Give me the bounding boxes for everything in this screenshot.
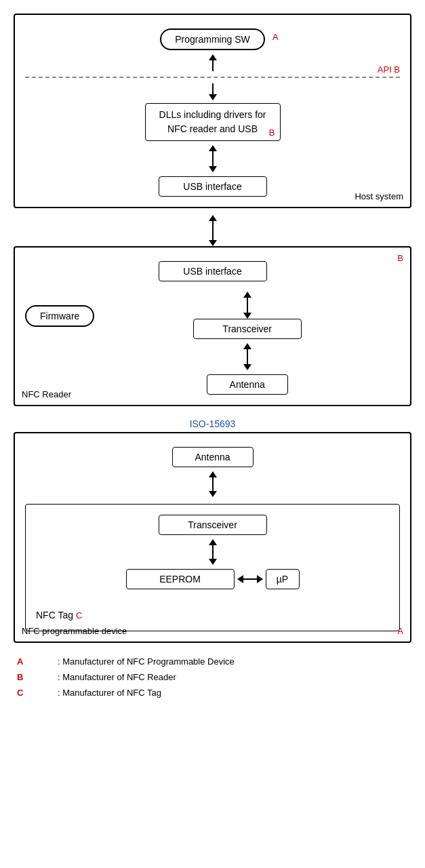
nfc-prog-device-badge: A [397,626,403,636]
arrow-tag-transceiver-to-eeprom [209,539,217,565]
prog-antenna-box: Antenna [172,447,254,467]
legend-val-c: : Manufacturer of NFC Tag [58,688,161,698]
legend-val-b: : Manufacturer of NFC Reader [58,672,176,682]
up-label: µP [277,574,288,585]
dll-label: DLLs including drivers forNFC reader and… [159,109,266,134]
legend-item-c: C : Manufacturer of NFC Tag [17,688,411,698]
arrow-eeprom-to-up [237,575,263,583]
legend-item-b: B : Manufacturer of NFC Reader [17,672,411,682]
host-system-box: Programming SW A API B [14,14,411,208]
programming-sw-box: Programming SW [160,28,264,50]
legend-key-c: C [17,688,58,698]
eeprom-box: EEPROM [126,569,235,589]
nfc-tag-label: NFC Tag [36,610,73,620]
legend: A : Manufacturer of NFC Programmable Dev… [14,656,411,698]
prog-antenna-label: Antenna [195,452,230,462]
nfc-reader-badge: B [397,253,403,263]
programming-sw-badge: A [272,32,279,42]
tag-transceiver-box: Transceiver [159,515,267,535]
nfc-prog-device-box: Antenna Transceiver [14,432,411,643]
programming-sw-label: Programming SW [175,34,249,45]
nfc-prog-device-label: NFC programmable device [22,626,127,636]
reader-usb-interface-label: USB interface [183,266,241,277]
firmware-label: Firmware [40,311,79,321]
legend-key-b: B [17,672,58,682]
nfc-tag-badge: C [76,610,82,620]
arrow-prog-antenna-to-tag [209,471,217,497]
reader-transceiver-label: Transceiver [222,323,272,334]
arrow-sw-to-dashed [209,54,217,71]
arrow-transceiver-to-antenna [243,343,251,370]
nfc-tag-box: Transceiver EEPROM [25,504,400,631]
host-usb-interface-label: USB interface [183,181,241,192]
arrow-host-to-reader [209,215,217,246]
reader-antenna-label: Antenna [230,379,265,390]
dll-box: DLLs including drivers forNFC reader and… [145,103,281,141]
api-dashed-line [25,77,400,78]
legend-key-a: A [17,656,58,667]
iso-label: ISO-15693 [14,413,411,432]
arrow-dashed-to-dll [209,83,217,100]
legend-val-a: : Manufacturer of NFC Programmable Devic… [58,656,235,667]
nfc-reader-box: B USB interface Firmware [14,246,411,406]
diagram: Programming SW A API B [14,14,411,698]
dll-badge: B [269,127,275,138]
host-usb-interface-box: USB interface [159,176,267,197]
host-system-label: Host system [355,191,403,201]
nfc-reader-label: NFC Reader [22,389,71,399]
firmware-box: Firmware [25,305,94,327]
legend-item-a: A : Manufacturer of NFC Programmable Dev… [17,656,411,667]
up-box: µP [266,569,300,589]
api-label: API B [378,64,400,75]
arrow-usb-to-transceiver [243,292,251,319]
tag-transceiver-label: Transceiver [188,519,237,530]
reader-usb-interface-box: USB interface [159,261,267,281]
reader-transceiver-box: Transceiver [193,319,302,339]
reader-antenna-box: Antenna [207,374,288,395]
eeprom-label: EEPROM [159,574,201,585]
arrow-dll-to-usb [209,145,217,172]
